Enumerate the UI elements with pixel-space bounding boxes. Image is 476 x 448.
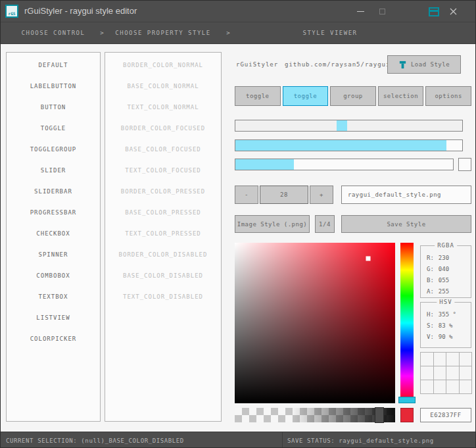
sv-cursor[interactable] bbox=[366, 257, 370, 261]
image-style-button[interactable]: Image Style (.png) bbox=[235, 215, 310, 233]
palette-cell[interactable] bbox=[446, 353, 459, 366]
property-item[interactable]: BASE_COLOR_PRESSED bbox=[105, 202, 221, 223]
spinner-decrement-button[interactable]: - bbox=[235, 186, 258, 204]
property-item[interactable]: TEXT_COLOR_FOCUSED bbox=[105, 160, 221, 181]
viewer-toggle-4[interactable]: options bbox=[425, 86, 471, 106]
load-style-icon bbox=[398, 61, 407, 69]
control-item-combobox[interactable]: COMBOBOX bbox=[7, 265, 100, 286]
control-item-button[interactable]: BUTTON bbox=[7, 97, 100, 118]
palette-cell[interactable] bbox=[460, 366, 472, 380]
palette-cell[interactable] bbox=[421, 380, 433, 393]
checkbox[interactable] bbox=[458, 158, 471, 171]
property-item[interactable]: BORDER_COLOR_FOCUSED bbox=[105, 118, 221, 139]
hsv-s-value: 83 % bbox=[439, 322, 453, 329]
palette-cell[interactable] bbox=[434, 366, 446, 380]
app-logo-icon: rGS bbox=[5, 5, 18, 18]
hsv-title: HSV bbox=[437, 299, 454, 305]
close-button[interactable] bbox=[442, 1, 464, 22]
palette-cell[interactable] bbox=[434, 380, 446, 393]
palette-cell[interactable] bbox=[446, 380, 459, 393]
spinner-increment-button[interactable]: + bbox=[310, 186, 333, 204]
property-item[interactable]: BORDER_COLOR_NORMAL bbox=[105, 55, 221, 76]
palette-cell[interactable] bbox=[421, 366, 433, 380]
sliderbar[interactable] bbox=[235, 159, 454, 170]
rgba-a-value: 255 bbox=[439, 288, 449, 295]
titlebar: rGS rGuiStyler - raygui style editor bbox=[1, 1, 475, 22]
spinner-value[interactable]: 28 bbox=[260, 186, 308, 204]
controls-list: DEFAULT LABELBUTTON BUTTON TOGGLE TOGGLE… bbox=[6, 52, 101, 422]
control-item-textbox[interactable]: TEXTBOX bbox=[7, 286, 100, 307]
minimize-button[interactable] bbox=[349, 1, 371, 22]
viewer-toggle-1[interactable]: toggle bbox=[283, 86, 329, 106]
hue-slider-handle[interactable] bbox=[398, 397, 416, 403]
alpha-slider-handle[interactable] bbox=[375, 407, 384, 423]
palette-cell[interactable] bbox=[421, 353, 433, 366]
hue-bar[interactable] bbox=[400, 243, 414, 403]
property-item[interactable]: BORDER_COLOR_PRESSED bbox=[105, 181, 221, 202]
palette-cell[interactable] bbox=[446, 366, 459, 380]
rgba-b-label: B: bbox=[427, 277, 434, 284]
filename-textbox[interactable]: raygui_default_style.png bbox=[341, 186, 471, 204]
load-style-button[interactable]: Load Style bbox=[387, 55, 461, 74]
viewer-toggle-3[interactable]: selection bbox=[378, 86, 424, 106]
hsv-s-row: S:83 % bbox=[421, 320, 471, 331]
palette-cell[interactable] bbox=[460, 380, 472, 393]
control-item-checkbox[interactable]: CHECKBOX bbox=[7, 223, 100, 244]
load-style-label: Load Style bbox=[411, 61, 450, 68]
control-item-colorpicker[interactable]: COLORPICKER bbox=[7, 328, 100, 349]
property-item[interactable]: TEXT_COLOR_DISABLED bbox=[105, 286, 221, 307]
alpha-bar[interactable] bbox=[235, 408, 395, 422]
hex-color-textbox[interactable]: E62837FF bbox=[420, 408, 471, 422]
palette-cell[interactable] bbox=[460, 353, 472, 366]
control-item-labelbutton[interactable]: LABELBUTTON bbox=[7, 76, 100, 97]
slider-handle[interactable] bbox=[337, 120, 347, 131]
toggle-group: toggle toggle group selection options bbox=[235, 86, 471, 106]
properties-list: BORDER_COLOR_NORMAL BASE_COLOR_NORMAL TE… bbox=[105, 52, 222, 422]
rgba-groupbox: RGBA R:230 G:040 B:055 A:255 bbox=[420, 245, 471, 298]
hsv-v-value: 90 % bbox=[439, 334, 453, 340]
control-item-sliderbar[interactable]: SLIDERBAR bbox=[7, 181, 100, 202]
control-item-spinner[interactable]: SPINNER bbox=[7, 244, 100, 265]
property-item[interactable]: TEXT_COLOR_PRESSED bbox=[105, 223, 221, 244]
control-item-togglegroup[interactable]: TOGGLEGROUP bbox=[7, 139, 100, 160]
hsv-v-label: V: bbox=[427, 334, 434, 340]
app-window: rGS rGuiStyler - raygui style editor CHO… bbox=[0, 0, 476, 448]
repo-link[interactable]: github.com/raysan5/raygui bbox=[285, 61, 390, 68]
slider[interactable] bbox=[235, 120, 463, 132]
rgba-g-row: G:040 bbox=[421, 263, 471, 274]
viewer-toggle-2[interactable]: group bbox=[330, 86, 376, 106]
property-item[interactable]: BORDER_COLOR_DISABLED bbox=[105, 244, 221, 265]
control-item-progressbar[interactable]: PROGRESSBAR bbox=[7, 202, 100, 223]
property-item[interactable]: BASE_COLOR_NORMAL bbox=[105, 76, 221, 97]
save-status: SAVE STATUS: raygui_default_style.png bbox=[287, 432, 434, 448]
control-item-default[interactable]: DEFAULT bbox=[7, 55, 100, 76]
property-item[interactable]: TEXT_COLOR_NORMAL bbox=[105, 97, 221, 118]
control-item-slider[interactable]: SLIDER bbox=[7, 160, 100, 181]
current-color-swatch bbox=[400, 408, 414, 422]
minimize-icon bbox=[357, 11, 364, 12]
rgba-b-value: 055 bbox=[439, 277, 449, 284]
statusbar-divider bbox=[282, 432, 283, 448]
property-item[interactable]: BASE_COLOR_DISABLED bbox=[105, 265, 221, 286]
viewer-toggle-0[interactable]: toggle bbox=[235, 86, 281, 106]
save-style-button[interactable]: Save Style bbox=[341, 215, 471, 233]
palette-cell[interactable] bbox=[434, 353, 446, 366]
hsv-h-row: H:355 ° bbox=[421, 309, 471, 320]
color-palette-grid bbox=[420, 352, 472, 394]
hsv-groupbox: HSV H:355 ° S:83 % V:90 % bbox=[420, 302, 471, 348]
breadcrumb: CHOOSE CONTROL > CHOOSE PROPERTY STYLE >… bbox=[1, 22, 475, 44]
hsv-h-label: H: bbox=[427, 311, 434, 318]
control-item-toggle[interactable]: TOGGLE bbox=[7, 118, 100, 139]
maximize-button[interactable] bbox=[371, 1, 393, 22]
progressbar-fill bbox=[235, 140, 446, 151]
saturation-value-panel[interactable] bbox=[235, 243, 395, 403]
window-title: rGuiStyler - raygui style editor bbox=[24, 6, 137, 16]
rgba-title: RGBA bbox=[435, 242, 457, 249]
property-item[interactable]: BASE_COLOR_FOCUSED bbox=[105, 139, 221, 160]
control-item-listview[interactable]: LISTVIEW bbox=[7, 307, 100, 328]
sliderbar-fill bbox=[235, 159, 294, 170]
breadcrumb-choose-control: CHOOSE CONTROL bbox=[6, 22, 101, 43]
rgba-a-row: A:255 bbox=[421, 286, 471, 297]
close-icon bbox=[450, 8, 457, 15]
ratio-button[interactable]: 1/4 bbox=[315, 215, 335, 233]
